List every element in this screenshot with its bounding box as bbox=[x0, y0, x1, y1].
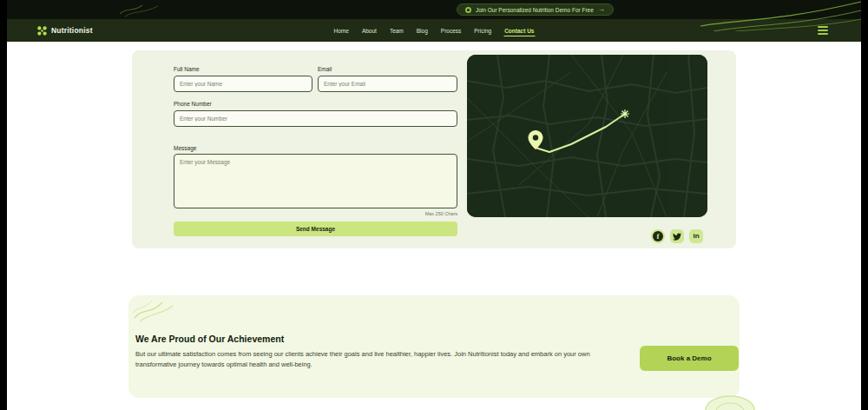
phone-input[interactable] bbox=[174, 110, 457, 127]
email-label: Email bbox=[318, 66, 332, 72]
achievement-title: We Are Proud of Our Achievement bbox=[135, 334, 284, 344]
facebook-glyph: f bbox=[653, 231, 663, 241]
navbar: Nutritionist Home About Team Blog Proces… bbox=[7, 19, 861, 42]
decorative-squiggle-achievement bbox=[133, 299, 174, 321]
map-canvas bbox=[467, 55, 707, 217]
location-map[interactable] bbox=[467, 55, 707, 217]
map-destination-star-icon bbox=[621, 109, 629, 118]
nav-item-contact-us[interactable]: Contact Us bbox=[503, 25, 535, 36]
facebook-icon[interactable]: f bbox=[651, 229, 665, 243]
nav-item-process[interactable]: Process bbox=[440, 25, 462, 36]
nav-item-blog[interactable]: Blog bbox=[416, 25, 429, 36]
window-edge-left bbox=[0, 0, 7, 410]
window-edge-right bbox=[861, 0, 868, 410]
brand-name: Nutritionist bbox=[51, 26, 93, 35]
page: Join Our Personalized Nutrition Demo For… bbox=[0, 0, 868, 410]
full-name-input[interactable] bbox=[174, 76, 312, 92]
full-name-label: Full Name bbox=[174, 66, 200, 72]
arrow-right-icon: → bbox=[598, 6, 605, 13]
email-input[interactable] bbox=[318, 76, 457, 92]
twitter-icon[interactable] bbox=[670, 229, 684, 243]
announcement-bar: Join Our Personalized Nutrition Demo For… bbox=[7, 0, 861, 19]
achievement-body: But our ultimate satisfaction comes from… bbox=[135, 349, 632, 369]
announcement-pill[interactable]: Join Our Personalized Nutrition Demo For… bbox=[457, 3, 614, 16]
achievement-section: We Are Proud of Our Achievement But our … bbox=[128, 295, 740, 398]
book-demo-button[interactable]: Book a Demo bbox=[640, 346, 739, 371]
nav-item-pricing[interactable]: Pricing bbox=[473, 25, 492, 36]
send-message-button[interactable]: Send Message bbox=[174, 222, 457, 236]
brand[interactable]: Nutritionist bbox=[36, 19, 93, 42]
message-label: Message bbox=[174, 145, 196, 151]
twitter-bird-glyph bbox=[670, 229, 684, 243]
linkedin-icon[interactable]: in bbox=[689, 229, 703, 243]
message-textarea[interactable] bbox=[174, 154, 457, 208]
nutritionist-logo-icon bbox=[36, 25, 48, 36]
leaf-dot-icon bbox=[465, 7, 471, 13]
nav-item-about[interactable]: About bbox=[361, 25, 378, 36]
social-links: f in bbox=[651, 229, 703, 243]
hamburger-menu-icon[interactable] bbox=[818, 26, 828, 35]
phone-label: Phone Number bbox=[174, 101, 212, 107]
message-char-limit-hint: Max 250 Chars bbox=[174, 211, 457, 216]
contact-panel: Full Name Email Phone Number Message Max… bbox=[132, 50, 736, 248]
nav-item-team[interactable]: Team bbox=[389, 25, 404, 36]
announcement-text: Join Our Personalized Nutrition Demo For… bbox=[476, 7, 594, 13]
nav-item-home[interactable]: Home bbox=[333, 25, 350, 36]
main-nav: Home About Team Blog Process Pricing Con… bbox=[333, 19, 536, 42]
